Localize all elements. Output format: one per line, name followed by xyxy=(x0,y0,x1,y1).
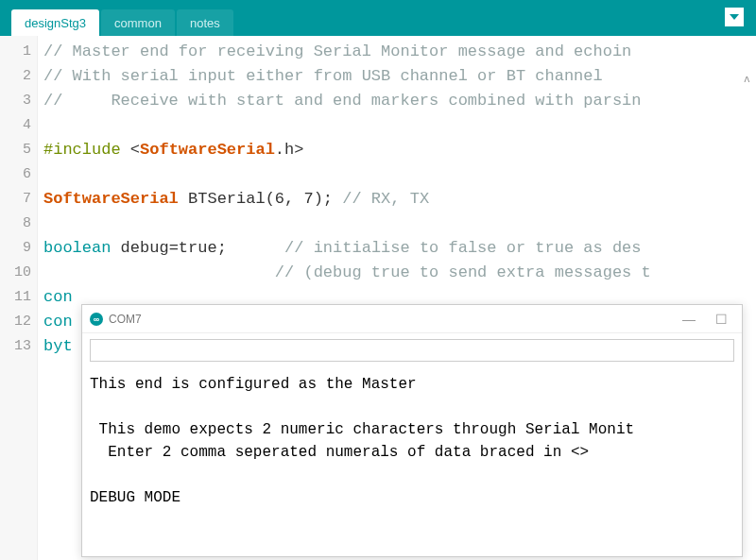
serial-title-text: COM7 xyxy=(109,313,142,326)
arduino-icon: ∞ xyxy=(90,313,103,326)
code-line[interactable] xyxy=(43,113,750,138)
line-number: 5 xyxy=(0,138,37,162)
code-line[interactable]: // Receive with start and end markers co… xyxy=(43,89,750,113)
code-line[interactable] xyxy=(43,162,750,187)
code-line[interactable]: boolean debug=true; // initialise to fal… xyxy=(43,236,750,261)
code-line[interactable] xyxy=(43,212,750,236)
tab-designstg3[interactable]: designStg3 xyxy=(11,9,99,36)
line-number: 6 xyxy=(0,162,37,187)
code-line[interactable]: // (debug true to send extra messages t xyxy=(43,261,750,285)
minimize-button[interactable]: — xyxy=(676,312,702,327)
maximize-button[interactable]: ☐ xyxy=(708,312,734,327)
code-line[interactable]: #include <SoftwareSerial.h> xyxy=(43,138,750,162)
code-line[interactable]: SoftwareSerial BTSerial(6, 7); // RX, TX xyxy=(43,187,750,212)
line-number: 1 xyxy=(0,40,37,64)
serial-titlebar[interactable]: ∞ COM7 — ☐ xyxy=(82,305,742,333)
tab-menu-button[interactable] xyxy=(724,7,745,27)
line-number: 7 xyxy=(0,187,37,212)
tab-notes[interactable]: notes xyxy=(177,9,233,36)
line-number: 3 xyxy=(0,89,37,113)
line-number: 8 xyxy=(0,212,37,236)
line-number: 11 xyxy=(0,285,37,310)
line-number: 13 xyxy=(0,334,37,359)
line-number: 9 xyxy=(0,236,37,261)
tab-common[interactable]: common xyxy=(101,9,175,36)
line-number: 10 xyxy=(0,261,37,285)
line-number: 12 xyxy=(0,310,37,334)
line-gutter: 12345678910111213 xyxy=(0,36,38,560)
serial-output[interactable]: This end is configured as the Master Thi… xyxy=(82,367,742,515)
line-number: 4 xyxy=(0,113,37,138)
chevron-down-icon xyxy=(730,14,739,20)
line-number: 2 xyxy=(0,64,37,89)
tab-bar: designStg3 common notes xyxy=(0,0,756,36)
serial-send-input[interactable] xyxy=(90,339,734,362)
serial-monitor-window: ∞ COM7 — ☐ This end is configured as the… xyxy=(81,304,743,557)
code-line[interactable]: // Master end for receiving Serial Monit… xyxy=(43,40,750,64)
code-line[interactable]: // With serial input either from USB cha… xyxy=(43,64,750,89)
